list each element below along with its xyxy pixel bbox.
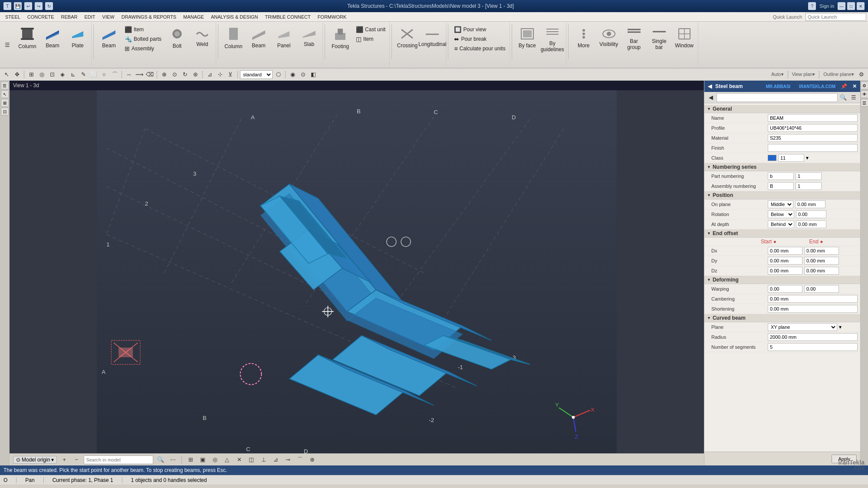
- menu-rebar[interactable]: REBAR: [58, 13, 81, 20]
- ribbon-single-bar-btn[interactable]: Single bar: [648, 23, 671, 53]
- trim-btn[interactable]: ⊿: [205, 70, 214, 79]
- ribbon-column-btn[interactable]: Column: [16, 23, 39, 53]
- extend-btn[interactable]: ⊹: [215, 70, 225, 79]
- snap-near-btn[interactable]: ⊸: [283, 455, 293, 465]
- section-curved-header[interactable]: ▼ Curved beam: [704, 314, 860, 322]
- ribbon-beam2-btn[interactable]: Beam: [97, 23, 121, 53]
- ribbon-col2-btn[interactable]: Column: [222, 23, 245, 53]
- prop-warping-start[interactable]: [768, 285, 802, 293]
- ribbon-crossing-btn[interactable]: Crossing: [395, 23, 419, 53]
- prop-dz-start[interactable]: [768, 267, 802, 275]
- section-deforming-header[interactable]: ▼ Deforming: [704, 276, 860, 284]
- help-icon[interactable]: ?: [808, 2, 816, 10]
- view-plan-label[interactable]: View plan▾: [790, 72, 817, 77]
- panel-search-btn[interactable]: 🔍: [838, 93, 848, 102]
- search-submit-btn[interactable]: 🔍: [156, 455, 165, 465]
- prop-radius-input[interactable]: [768, 333, 858, 341]
- sidebar-tool1-btn[interactable]: ↖: [1, 90, 9, 98]
- menu-drawings[interactable]: DRAWINGS & REPORTS: [118, 13, 180, 20]
- prop-dy-start[interactable]: [768, 257, 802, 265]
- draw-circle-btn[interactable]: ○: [99, 70, 109, 79]
- prop-material-input[interactable]: [768, 134, 858, 142]
- prop-shortening-input[interactable]: [768, 305, 858, 313]
- ribbon-pour-view-btn[interactable]: 🔲 Pour view: [452, 25, 507, 34]
- prop-part-num-start[interactable]: [796, 172, 822, 180]
- prop-profile-input[interactable]: [768, 124, 858, 132]
- snap-grid2-btn[interactable]: ▣: [198, 455, 207, 465]
- prop-segments-input[interactable]: [768, 343, 858, 351]
- prop-name-input[interactable]: [768, 114, 858, 122]
- ribbon-beam3-btn[interactable]: Beam: [247, 23, 270, 53]
- ribbon-bar-group-btn[interactable]: Bar group: [622, 23, 646, 53]
- ribbon-collapse-btn[interactable]: ☰: [3, 40, 12, 49]
- prop-dy-end[interactable]: [804, 257, 839, 265]
- quick-launch-input[interactable]: [806, 13, 866, 21]
- ribbon-assembly-btn[interactable]: ⊞ Assembly: [122, 44, 164, 53]
- ribbon-longitudinal-btn[interactable]: Longitudinal: [421, 23, 444, 53]
- prop-dx-end[interactable]: [804, 247, 839, 255]
- sidebar-tool2-btn[interactable]: ⊞: [1, 99, 9, 107]
- menu-edit[interactable]: EDIT: [81, 13, 99, 20]
- draw-rect-btn[interactable]: ⬜: [89, 70, 99, 79]
- ribbon-slab-btn[interactable]: Slab: [297, 23, 321, 53]
- snap-free-btn[interactable]: ⊕: [307, 455, 317, 465]
- ribbon-calc-btn[interactable]: ≡ Calculate pour units: [452, 44, 507, 53]
- refresh-icon[interactable]: ↻: [45, 2, 53, 10]
- ribbon-footing-btn[interactable]: Footing: [329, 23, 352, 53]
- maximize-button[interactable]: □: [847, 2, 855, 10]
- draw-line-btn[interactable]: ✎: [79, 70, 88, 79]
- menu-manage[interactable]: MANAGE: [180, 13, 207, 20]
- snap-mid2-btn[interactable]: ◫: [247, 455, 256, 465]
- break-btn[interactable]: ⊻: [226, 70, 235, 79]
- ribbon-by-face-btn[interactable]: By face: [516, 23, 539, 53]
- snap-perp-btn[interactable]: ⊾: [68, 70, 78, 79]
- ribbon-by-guidelines-btn[interactable]: By guidelines: [541, 23, 564, 55]
- snap-point-btn[interactable]: ◎: [37, 70, 46, 79]
- prop-dz-end[interactable]: [804, 267, 839, 275]
- display-toggle-btn[interactable]: ⚙: [857, 70, 866, 79]
- section-btn[interactable]: ◧: [309, 70, 318, 79]
- snap-end-btn[interactable]: ◈: [58, 70, 67, 79]
- snap-tri-btn[interactable]: △: [222, 455, 232, 465]
- close-button[interactable]: ✕: [857, 2, 865, 10]
- render-mode-select[interactable]: standard wireframe shaded: [240, 70, 273, 79]
- menu-concrete[interactable]: CONCRETE: [24, 13, 58, 20]
- move-btn[interactable]: ✥: [12, 70, 22, 79]
- erase-btn[interactable]: ⌫: [145, 70, 155, 79]
- snap-mode-btn[interactable]: ⊞: [186, 455, 195, 465]
- section-position-header[interactable]: ▼ Position: [704, 191, 860, 200]
- rsb-settings-btn[interactable]: ⚙: [861, 82, 868, 89]
- panel-link2[interactable]: IRANTEKLA.COM: [799, 84, 835, 89]
- ribbon-cast-btn[interactable]: ⬛ Cast unit: [354, 25, 388, 34]
- snap-mid-btn[interactable]: ⊡: [47, 70, 57, 79]
- prop-onplane-select[interactable]: MiddleLeftRight: [768, 200, 793, 208]
- menu-view[interactable]: VIEW: [99, 13, 118, 20]
- mirror-btn[interactable]: ⊙: [170, 70, 179, 79]
- prop-rotation-input[interactable]: [796, 210, 826, 218]
- prop-rotation-select[interactable]: BelowAboveTopBottom: [768, 210, 794, 218]
- plane-dropdown-icon[interactable]: ▾: [839, 324, 842, 330]
- search-options-btn[interactable]: ⋯: [168, 455, 178, 465]
- outline-plane-label[interactable]: Outline plane▾: [822, 72, 856, 77]
- ribbon-item2-btn[interactable]: ◫ Item: [354, 35, 388, 43]
- select-tool-btn[interactable]: ↖: [2, 70, 11, 79]
- sidebar-menu-btn[interactable]: ☰: [1, 82, 9, 89]
- undo-icon[interactable]: ↩: [24, 2, 32, 10]
- save-icon[interactable]: 💾: [14, 2, 22, 10]
- prop-finish-input[interactable]: [768, 144, 858, 152]
- ribbon-pour-break-btn[interactable]: ⬌ Pour break: [452, 35, 507, 43]
- ribbon-item-btn[interactable]: ⬛ Item: [122, 25, 164, 34]
- snap-perp2-btn[interactable]: ⊥: [259, 455, 268, 465]
- class-dropdown-icon[interactable]: ▾: [806, 155, 809, 161]
- menu-steel[interactable]: STEEL: [2, 13, 24, 20]
- dimension-btn[interactable]: ↔: [124, 70, 134, 79]
- model-origin-btn[interactable]: ⊙ Model origin ▾: [13, 456, 57, 464]
- ribbon-more-btn[interactable]: More: [572, 23, 595, 53]
- sign-in-label[interactable]: Sign in: [819, 3, 834, 9]
- panel-link1[interactable]: MR.ABBASI: [766, 84, 790, 89]
- rsb-eye-btn[interactable]: 👁: [861, 90, 868, 98]
- draw-arc-btn[interactable]: ⌒: [110, 70, 119, 79]
- render-btn[interactable]: ⬡: [273, 70, 283, 79]
- prop-onplane-input[interactable]: [795, 200, 825, 208]
- sidebar-tool3-btn[interactable]: ⊡: [1, 108, 9, 115]
